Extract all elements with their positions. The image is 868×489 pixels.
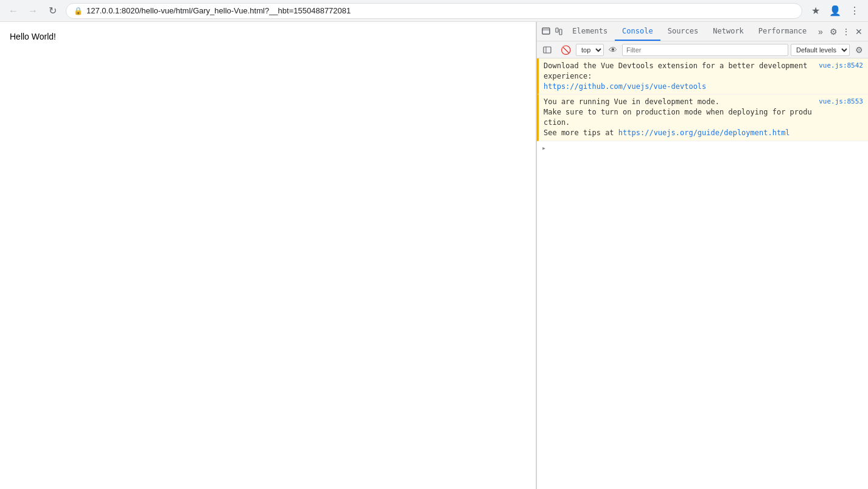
svg-rect-4 [544, 47, 551, 53]
context-selector[interactable]: top [576, 44, 604, 56]
browser-chrome: ← → ↻ 🔒 127.0.0.1:8020/hello-vue/html/Ga… [0, 0, 868, 22]
page-hello-text: Hello World! [10, 32, 526, 41]
svg-rect-0 [542, 28, 550, 34]
url-text: 127.0.0.1:8020/hello-vue/html/Gary_hello… [86, 6, 794, 15]
tab-performance[interactable]: Performance [751, 22, 814, 41]
devtools-toolbar: Elements Console Sources Network Perform… [537, 22, 868, 41]
menu-button[interactable]: ⋮ [846, 2, 863, 19]
filter-input[interactable] [622, 44, 788, 56]
console-message-1-content: Download the Vue Devtools extension for … [544, 61, 814, 91]
browser-actions: ★ 👤 ⋮ [807, 2, 863, 19]
more-tabs-button[interactable]: » [814, 24, 827, 40]
forward-button[interactable]: → [24, 2, 41, 19]
nav-buttons: ← → ↻ [5, 2, 61, 19]
console-message-1-text: Download the Vue Devtools extension for … [544, 62, 807, 91]
console-message-1-source[interactable]: vue.js:8542 [819, 61, 863, 70]
reload-button[interactable]: ↻ [44, 2, 61, 19]
console-message-2-content: You are running Vue in development mode.… [544, 97, 814, 138]
console-message-2: You are running Vue in development mode.… [537, 94, 868, 141]
eye-button[interactable]: 👁 [606, 43, 620, 57]
svg-rect-3 [559, 29, 562, 35]
devtools-secondary-toolbar: 🚫 top 👁 Default levels ⚙ [537, 41, 868, 58]
tab-elements[interactable]: Elements [565, 22, 615, 41]
back-button[interactable]: ← [5, 2, 22, 19]
tab-sources[interactable]: Sources [660, 22, 706, 41]
devtools-panel: Elements Console Sources Network Perform… [536, 22, 868, 489]
devtools-tabs: Elements Console Sources Network Perform… [565, 22, 814, 41]
device-toggle-button[interactable] [552, 24, 565, 40]
bookmark-button[interactable]: ★ [807, 2, 824, 19]
devtools-close-button[interactable]: ✕ [853, 24, 866, 40]
deployment-link[interactable]: https://vuejs.org/guide/deployment.html [618, 128, 790, 137]
profile-button[interactable]: 👤 [827, 2, 844, 19]
console-output: Download the Vue Devtools extension for … [537, 58, 868, 489]
address-bar[interactable]: 🔒 127.0.0.1:8020/hello-vue/html/Gary_hel… [66, 3, 802, 19]
page-content: Hello World! [0, 22, 536, 489]
tab-network[interactable]: Network [705, 22, 751, 41]
console-message-2-text: You are running Vue in development mode.… [544, 97, 812, 136]
console-message-1: Download the Vue Devtools extension for … [537, 58, 868, 94]
clear-console-button[interactable]: 🚫 [558, 42, 573, 58]
console-sidebar-button[interactable] [539, 42, 555, 58]
inspect-element-button[interactable] [539, 24, 552, 40]
main-area: Hello World! Elements [0, 22, 868, 489]
devtools-settings-button[interactable]: ⚙ [827, 24, 839, 40]
lock-icon: 🔒 [74, 7, 83, 15]
console-prompt: ▸ [537, 141, 868, 155]
devtools-more-button[interactable]: ⋮ [840, 24, 853, 40]
vue-devtools-link[interactable]: https://github.com/vuejs/vue-devtools [544, 82, 706, 91]
tab-console[interactable]: Console [615, 22, 660, 41]
svg-rect-2 [556, 28, 558, 32]
log-level-selector[interactable]: Default levels [791, 44, 850, 56]
prompt-arrow: ▸ [542, 144, 546, 152]
console-message-2-source[interactable]: vue.js:8553 [819, 97, 863, 106]
console-settings-button[interactable]: ⚙ [852, 43, 866, 57]
